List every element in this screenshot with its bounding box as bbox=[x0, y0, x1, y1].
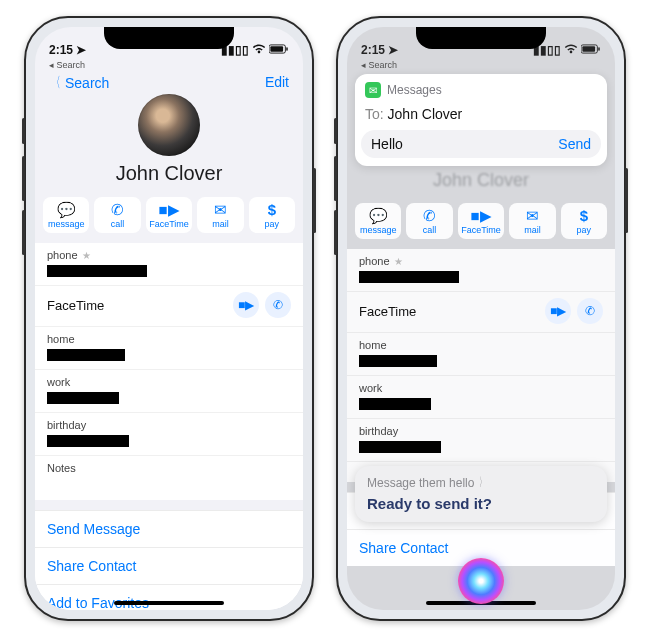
field-facetime: FaceTime ■▶ ✆ bbox=[35, 285, 303, 326]
mail-icon: ✉ bbox=[526, 208, 539, 223]
pay-icon: $ bbox=[268, 202, 276, 217]
action-pay[interactable]: $ pay bbox=[249, 197, 295, 233]
star-icon: ★ bbox=[394, 256, 403, 267]
action-message[interactable]: 💬 message bbox=[355, 203, 401, 239]
action-message[interactable]: 💬 message bbox=[43, 197, 89, 233]
siri-card[interactable]: Message them hello 〉 Ready to send it? bbox=[355, 466, 607, 522]
action-row: 💬 message ✆ call ■▶ FaceTime ✉ mail $ pa… bbox=[347, 197, 615, 249]
siri-prompt: Ready to send it? bbox=[367, 495, 595, 512]
redacted-value bbox=[47, 435, 129, 447]
field-home[interactable]: home bbox=[35, 326, 303, 369]
svg-rect-1 bbox=[270, 46, 283, 51]
phone-icon: ✆ bbox=[273, 298, 283, 312]
compose-to[interactable]: To: John Clover bbox=[355, 102, 607, 130]
facetime-audio-button[interactable]: ✆ bbox=[577, 298, 603, 324]
field-work[interactable]: work bbox=[347, 375, 615, 418]
messages-app-label: Messages bbox=[387, 83, 442, 97]
field-birthday[interactable]: birthday bbox=[347, 418, 615, 461]
location-icon: ➤ bbox=[388, 43, 398, 57]
contact-name: John Clover bbox=[116, 162, 223, 185]
facetime-video-button[interactable]: ■▶ bbox=[233, 292, 259, 318]
action-pay[interactable]: $ pay bbox=[561, 203, 607, 239]
compose-body: Hello bbox=[371, 136, 558, 152]
action-mail[interactable]: ✉ mail bbox=[197, 197, 243, 233]
back-to-app[interactable]: ◂ Search bbox=[347, 59, 615, 70]
home-indicator[interactable] bbox=[114, 601, 224, 605]
video-icon: ■▶ bbox=[238, 298, 254, 312]
messages-compose-card: ✉ Messages To: John Clover Hello Send bbox=[355, 74, 607, 166]
svg-rect-5 bbox=[598, 47, 599, 51]
action-call[interactable]: ✆ call bbox=[406, 203, 452, 239]
mail-icon: ✉ bbox=[214, 202, 227, 217]
field-birthday[interactable]: birthday bbox=[35, 412, 303, 455]
video-icon: ■▶ bbox=[550, 304, 566, 318]
field-notes[interactable]: Notes bbox=[35, 455, 303, 500]
pay-icon: $ bbox=[580, 208, 588, 223]
redacted-value bbox=[359, 441, 441, 453]
notch bbox=[416, 27, 546, 49]
facetime-audio-button[interactable]: ✆ bbox=[265, 292, 291, 318]
battery-icon bbox=[581, 43, 601, 57]
avatar[interactable] bbox=[138, 94, 200, 156]
field-home[interactable]: home bbox=[347, 332, 615, 375]
action-facetime[interactable]: ■▶ FaceTime bbox=[146, 197, 192, 233]
siri-orb[interactable] bbox=[458, 558, 504, 604]
link-add-favorites[interactable]: Add to Favorites bbox=[35, 584, 303, 610]
svg-rect-2 bbox=[286, 47, 287, 51]
notch bbox=[104, 27, 234, 49]
redacted-value bbox=[47, 265, 147, 277]
facetime-video-button[interactable]: ■▶ bbox=[545, 298, 571, 324]
action-mail[interactable]: ✉ mail bbox=[509, 203, 555, 239]
action-row: 💬 message ✆ call ■▶ FaceTime ✉ mail $ pa… bbox=[35, 191, 303, 243]
status-time: 2:15 bbox=[361, 43, 385, 57]
phone-icon: ✆ bbox=[111, 202, 124, 217]
phone-right: 2:15 ➤ ▮▮▯▯ ◂ Search ✉ Messages To: bbox=[336, 16, 626, 621]
link-send-message[interactable]: Send Message bbox=[35, 510, 303, 547]
redacted-value bbox=[359, 271, 459, 283]
location-icon: ➤ bbox=[76, 43, 86, 57]
chevron-right-icon: 〉 bbox=[480, 474, 487, 491]
message-icon: 💬 bbox=[369, 208, 388, 223]
contact-name-dim: John Clover bbox=[347, 170, 615, 197]
video-icon: ■▶ bbox=[158, 202, 179, 217]
field-work[interactable]: work bbox=[35, 369, 303, 412]
battery-icon bbox=[269, 43, 289, 57]
message-icon: 💬 bbox=[57, 202, 76, 217]
redacted-value bbox=[47, 392, 119, 404]
send-button[interactable]: Send bbox=[558, 136, 591, 152]
compose-to-name: John Clover bbox=[388, 106, 463, 122]
nav-back-label: Search bbox=[65, 75, 109, 91]
nav-back[interactable]: 〈 Search bbox=[49, 74, 109, 92]
star-icon: ★ bbox=[82, 250, 91, 261]
siri-subtext: Message them hello bbox=[367, 476, 474, 490]
back-to-app[interactable]: ◂ Search bbox=[35, 59, 303, 70]
wifi-icon bbox=[252, 43, 266, 57]
nav-edit[interactable]: Edit bbox=[265, 74, 289, 92]
phone-left: 2:15 ➤ ▮▮▯▯ ◂ Search 〈 Search Edit bbox=[24, 16, 314, 621]
compose-input[interactable]: Hello Send bbox=[361, 130, 601, 158]
phone-icon: ✆ bbox=[585, 304, 595, 318]
navbar: 〈 Search Edit bbox=[35, 70, 303, 92]
messages-app-icon: ✉ bbox=[365, 82, 381, 98]
redacted-value bbox=[359, 355, 437, 367]
status-time: 2:15 bbox=[49, 43, 73, 57]
video-icon: ■▶ bbox=[470, 208, 491, 223]
svg-rect-4 bbox=[582, 46, 595, 51]
field-phone[interactable]: phone★ bbox=[347, 249, 615, 291]
action-call[interactable]: ✆ call bbox=[94, 197, 140, 233]
phone-icon: ✆ bbox=[423, 208, 436, 223]
link-share-contact[interactable]: Share Contact bbox=[35, 547, 303, 584]
redacted-value bbox=[359, 398, 431, 410]
chevron-left-icon: 〈 bbox=[52, 74, 60, 92]
field-phone[interactable]: phone★ bbox=[35, 243, 303, 285]
field-facetime: FaceTime ■▶ ✆ bbox=[347, 291, 615, 332]
action-facetime[interactable]: ■▶ FaceTime bbox=[458, 203, 504, 239]
wifi-icon bbox=[564, 43, 578, 57]
redacted-value bbox=[47, 349, 125, 361]
